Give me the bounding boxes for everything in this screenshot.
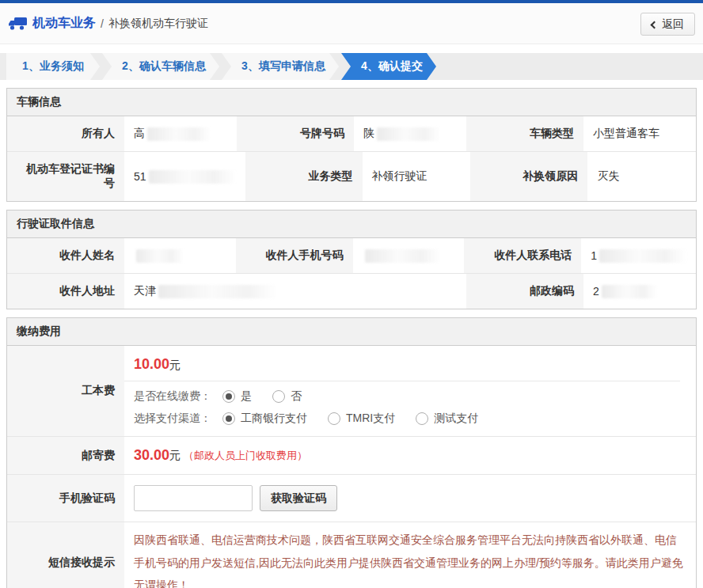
step-label: 2、确认车辆信息 <box>122 59 206 74</box>
back-button-label: 返回 <box>662 17 684 32</box>
radio-option-tmri-label: TMRI支付 <box>346 412 395 426</box>
sms-notice-row: 短信接收提示 因陕西省联通、电信运营商技术问题，陕西省互联网交通安全综合服务管理… <box>7 522 696 588</box>
step-3-fill-application[interactable]: 3、填写申请信息 <box>222 53 339 80</box>
radio-option-yes-label: 是 <box>241 389 252 404</box>
plate-number-value-text: 陕 <box>363 127 374 141</box>
recipient-phone-value: 1 <box>581 238 696 273</box>
owner-value-text: 高 <box>134 127 145 141</box>
delivery-info-row-1: 收件人姓名 收件人手机号码 收件人联系电话 1 <box>7 238 696 273</box>
radio-unselected-icon[interactable] <box>416 412 428 425</box>
production-fee-label: 工本费 <box>7 346 124 436</box>
redaction-smudge <box>149 170 236 184</box>
postage-fee-value: 30.00元 （邮政人员上门收取费用） <box>124 436 696 474</box>
step-2-confirm-vehicle-info[interactable]: 2、确认车辆信息 <box>102 53 219 80</box>
postage-fee-label: 邮寄费 <box>7 436 124 474</box>
business-type-value: 补领行驶证 <box>363 151 471 201</box>
postage-fee-unit: 元 <box>169 449 180 463</box>
recipient-address-value-text: 天津 <box>134 284 156 298</box>
step-label: 3、填写申请信息 <box>241 59 325 74</box>
radio-option-yes[interactable]: 是 <box>222 389 252 404</box>
recipient-phone-value-text: 1 <box>591 249 597 262</box>
plate-number-label: 号牌号码 <box>237 116 354 151</box>
radio-option-no[interactable]: 否 <box>272 389 302 404</box>
delivery-info-section: 行驶证取件信息 收件人姓名 收件人手机号码 收件人联系电话 1 收件人地址 天津… <box>6 210 697 309</box>
redaction-smudge <box>602 285 657 298</box>
step-wizard: 1、业务须知 2、确认车辆信息 3、填写申请信息 4、确认提交 <box>0 53 703 80</box>
production-fee-row: 工本费 10.00元 是否在线缴费： 是 否 选择支付渠道： <box>7 346 696 436</box>
page-header: 机动车业务 / 补换领机动车行驶证 返回 <box>0 3 703 44</box>
recipient-name-label: 收件人姓名 <box>7 238 124 273</box>
replace-reason-label: 补换领原因 <box>470 151 587 201</box>
production-fee-amount: 10.00 <box>134 356 169 372</box>
vehicle-info-row-1: 所有人 高 号牌号码 陕 车辆类型 小型普通客车 <box>7 116 696 151</box>
vehicle-info-row-2: 机动车登记证书编号 51 业务类型 补领行驶证 补换领原因 灭失 <box>7 151 696 201</box>
step-label: 4、确认提交 <box>361 59 423 74</box>
vehicle-info-section: 车辆信息 所有人 高 号牌号码 陕 车辆类型 小型普通客车 机动车登记证书编号 … <box>6 88 697 202</box>
redaction-smudge <box>365 249 440 263</box>
payment-channel-question: 选择支付渠道： <box>134 412 211 426</box>
radio-option-test-label: 测试支付 <box>434 412 478 426</box>
sms-notice-text: 因陕西省联通、电信运营商技术问题，陕西省互联网交通安全综合服务管理平台无法向持陕… <box>124 522 696 588</box>
step-4-confirm-submit[interactable]: 4、确认提交 <box>341 53 436 80</box>
truck-icon <box>8 17 27 31</box>
postal-code-label: 邮政编码 <box>466 273 583 309</box>
replace-reason-value-text: 灭失 <box>597 169 619 184</box>
vehicle-type-value: 小型普通客车 <box>583 116 696 151</box>
registration-cert-value-text: 51 <box>134 170 146 183</box>
sms-code-input[interactable] <box>134 485 253 511</box>
recipient-address-label: 收件人地址 <box>7 273 124 309</box>
production-fee-unit: 元 <box>169 358 180 371</box>
radio-option-test-pay[interactable]: 测试支付 <box>416 412 478 426</box>
vehicle-type-value-text: 小型普通客车 <box>593 127 659 141</box>
radio-unselected-icon[interactable] <box>328 412 340 425</box>
business-type-label: 业务类型 <box>245 151 363 201</box>
owner-label: 所有人 <box>7 116 124 151</box>
business-type-value-text: 补领行驶证 <box>372 169 428 184</box>
redaction-smudge <box>599 249 686 263</box>
delivery-info-title: 行驶证取件信息 <box>7 211 696 238</box>
postal-code-value: 2 <box>583 273 696 309</box>
recipient-mobile-value <box>353 238 465 273</box>
chevron-left-icon <box>651 21 659 28</box>
fees-section: 缴纳费用 工本费 10.00元 是否在线缴费： 是 否 选择支付渠道： <box>6 317 697 588</box>
radio-option-tmri-pay[interactable]: TMRI支付 <box>328 412 395 426</box>
owner-value: 高 <box>124 116 237 151</box>
payment-channel-option-line: 选择支付渠道： 工商银行支付 TMRI支付 测试支付 <box>124 404 696 436</box>
production-fee-value: 10.00元 是否在线缴费： 是 否 选择支付渠道： 工商银行支付 <box>124 346 696 436</box>
redaction-smudge <box>377 127 440 141</box>
postal-code-value-text: 2 <box>593 285 599 298</box>
production-fee-amount-line: 10.00元 <box>124 346 696 381</box>
recipient-address-value: 天津 <box>124 273 466 309</box>
postage-fee-amount: 30.00 <box>134 447 169 464</box>
redaction-smudge <box>158 285 277 298</box>
radio-unselected-icon[interactable] <box>272 390 285 403</box>
sms-code-row: 手机验证码 获取验证码 <box>7 474 696 522</box>
page-title: 机动车业务 <box>32 15 96 32</box>
vehicle-type-label: 车辆类型 <box>466 116 583 151</box>
fees-title: 缴纳费用 <box>7 318 696 346</box>
online-payment-option-line: 是否在线缴费： 是 否 <box>124 381 696 404</box>
sms-code-label: 手机验证码 <box>7 474 124 522</box>
radio-option-icbc-label: 工商银行支付 <box>241 412 307 426</box>
radio-selected-icon[interactable] <box>222 412 235 425</box>
recipient-mobile-label: 收件人手机号码 <box>236 238 353 273</box>
step-label: 1、业务须知 <box>22 59 84 74</box>
sms-code-value: 获取验证码 <box>124 474 696 522</box>
registration-cert-value: 51 <box>124 151 245 201</box>
get-code-button[interactable]: 获取验证码 <box>260 485 337 511</box>
breadcrumb-current: 补换领机动车行驶证 <box>108 17 208 31</box>
online-payment-question: 是否在线缴费： <box>134 389 211 404</box>
vehicle-info-title: 车辆信息 <box>7 89 696 116</box>
step-1-business-notice[interactable]: 1、业务须知 <box>6 53 100 80</box>
radio-option-icbc-pay[interactable]: 工商银行支付 <box>222 412 307 426</box>
registration-cert-label: 机动车登记证书编号 <box>7 151 124 201</box>
recipient-phone-label: 收件人联系电话 <box>464 238 581 273</box>
breadcrumb-separator: / <box>101 17 104 30</box>
radio-selected-icon[interactable] <box>222 390 235 403</box>
back-button[interactable]: 返回 <box>640 13 695 36</box>
radio-option-no-label: 否 <box>291 389 302 404</box>
delivery-info-row-2: 收件人地址 天津 邮政编码 2 <box>7 273 696 309</box>
postage-fee-row: 邮寄费 30.00元 （邮政人员上门收取费用） <box>7 436 696 474</box>
sms-notice-label: 短信接收提示 <box>7 522 124 588</box>
redaction-smudge <box>147 127 211 141</box>
